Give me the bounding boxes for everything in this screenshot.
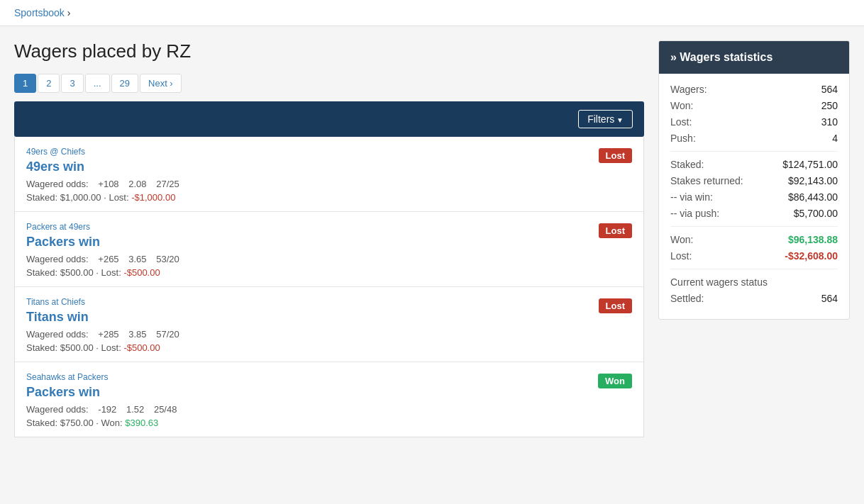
result-label: Lost: bbox=[101, 267, 121, 278]
staked-value: $500.00 bbox=[60, 267, 94, 278]
value-via-win: $86,443.00 bbox=[788, 191, 838, 203]
staked-value: $1,000.00 bbox=[60, 192, 101, 203]
wager-stake: Staked: $500.00 · Lost: -$500.00 bbox=[26, 342, 632, 353]
divider-3 bbox=[670, 269, 838, 269]
page-2[interactable]: 2 bbox=[38, 74, 60, 93]
wager-item: Packers at 49ers Packers win Wagered odd… bbox=[15, 212, 643, 287]
stats-row-won: Won: 250 bbox=[670, 100, 838, 111]
page-1[interactable]: 1 bbox=[14, 74, 36, 93]
label-wagered-odds: Wagered odds: bbox=[26, 179, 89, 189]
result-value: -$500.00 bbox=[123, 267, 160, 278]
label-wagered-odds: Wagered odds: bbox=[26, 404, 89, 415]
stats-row-via-win: -- via win: $86,443.00 bbox=[670, 191, 838, 203]
label-staked: Staked: bbox=[26, 342, 60, 353]
wager-badge: Lost bbox=[599, 298, 632, 313]
wager-title[interactable]: Packers win bbox=[26, 385, 632, 400]
wager-odds: Wagered odds: -192 1.52 25/48 bbox=[26, 404, 632, 415]
odds-decimal: 3.65 bbox=[128, 254, 146, 264]
stats-row-won-amount: Won: $96,138.88 bbox=[670, 234, 838, 245]
right-panel: Wagers statistics Wagers: 564 Won: 250 L… bbox=[658, 40, 850, 437]
dot-sep: · bbox=[96, 418, 101, 428]
label-staked-stat: Staked: bbox=[670, 159, 704, 170]
odds-decimal: 2.08 bbox=[128, 179, 146, 189]
odds-american: +285 bbox=[98, 329, 118, 340]
breadcrumb-sep: › bbox=[67, 7, 71, 18]
pagination: 1 2 3 ... 29 Next › bbox=[14, 74, 644, 93]
wager-odds: Wagered odds: +285 3.85 57/20 bbox=[26, 329, 632, 340]
value-lost-amount: -$32,608.00 bbox=[785, 250, 838, 262]
label-staked: Staked: bbox=[26, 418, 60, 428]
label-lost-amount: Lost: bbox=[670, 250, 692, 262]
odds-fraction: 25/48 bbox=[154, 404, 177, 415]
wager-stake: Staked: $500.00 · Lost: -$500.00 bbox=[26, 267, 632, 278]
wager-matchup: Packers at 49ers bbox=[26, 222, 632, 232]
page-next[interactable]: Next › bbox=[140, 74, 182, 93]
staked-value: $500.00 bbox=[60, 342, 94, 353]
odds-fraction: 53/20 bbox=[156, 254, 179, 264]
wager-matchup: Titans at Chiefs bbox=[26, 297, 632, 307]
label-lost: Lost: bbox=[670, 116, 692, 128]
odds-american: -192 bbox=[98, 404, 116, 415]
label-push: Push: bbox=[670, 133, 696, 144]
result-label: Won: bbox=[101, 418, 123, 428]
label-status-header: Current wagers status bbox=[670, 276, 768, 288]
left-panel: Wagers placed by RZ 1 2 3 ... 29 Next › … bbox=[14, 40, 644, 437]
stats-row-push: Push: 4 bbox=[670, 133, 838, 144]
filters-bar: Filters bbox=[14, 101, 644, 137]
page-3[interactable]: 3 bbox=[61, 74, 83, 93]
wager-badge: Lost bbox=[599, 148, 632, 163]
stats-row-via-push: -- via push: $5,700.00 bbox=[670, 208, 838, 219]
filters-button[interactable]: Filters bbox=[578, 110, 633, 128]
value-via-push: $5,700.00 bbox=[794, 208, 838, 219]
wager-badge: Won bbox=[598, 374, 632, 388]
page-title: Wagers placed by RZ bbox=[14, 40, 644, 62]
result-value: $390.63 bbox=[125, 418, 158, 428]
stats-header: Wagers statistics bbox=[659, 41, 849, 74]
odds-american: +265 bbox=[98, 254, 118, 264]
divider-2 bbox=[670, 226, 838, 227]
odds-decimal: 3.85 bbox=[128, 329, 146, 340]
wager-title[interactable]: Titans win bbox=[26, 310, 632, 325]
wager-stake: Staked: $1,000.00 · Lost: -$1,000.00 bbox=[26, 192, 632, 203]
label-wagered-odds: Wagered odds: bbox=[26, 254, 89, 264]
wager-badge: Lost bbox=[599, 223, 632, 238]
label-staked: Staked: bbox=[26, 267, 60, 278]
odds-fraction: 27/25 bbox=[156, 179, 179, 189]
label-won-amount: Won: bbox=[670, 234, 693, 245]
stats-row-lost: Lost: 310 bbox=[670, 116, 838, 128]
wager-title[interactable]: Packers win bbox=[26, 235, 632, 250]
value-staked-stat: $124,751.00 bbox=[782, 159, 838, 170]
wager-stake: Staked: $750.00 · Won: $390.63 bbox=[26, 418, 632, 428]
breadcrumb: Sportsbook › bbox=[0, 0, 864, 26]
wager-item: Titans at Chiefs Titans win Wagered odds… bbox=[15, 287, 643, 362]
wager-odds: Wagered odds: +265 3.65 53/20 bbox=[26, 254, 632, 264]
label-via-win: -- via win: bbox=[670, 191, 713, 203]
page-29[interactable]: 29 bbox=[111, 74, 138, 93]
stats-row-stakes-returned: Stakes returned: $92,143.00 bbox=[670, 175, 838, 186]
result-label: Lost: bbox=[101, 342, 121, 353]
stats-row-staked: Staked: $124,751.00 bbox=[670, 159, 838, 170]
stats-row-status-header: Current wagers status bbox=[670, 276, 838, 288]
divider-1 bbox=[670, 151, 838, 152]
value-push: 4 bbox=[832, 133, 838, 144]
stats-row-wagers: Wagers: 564 bbox=[670, 84, 838, 95]
label-via-push: -- via push: bbox=[670, 208, 719, 219]
result-value: -$1,000.00 bbox=[131, 192, 175, 203]
label-won: Won: bbox=[670, 100, 693, 111]
wager-list: 49ers @ Chiefs 49ers win Wagered odds: +… bbox=[14, 137, 644, 437]
staked-value: $750.00 bbox=[60, 418, 94, 428]
wager-matchup: 49ers @ Chiefs bbox=[26, 147, 632, 157]
value-settled: 564 bbox=[821, 293, 838, 304]
label-stakes-returned: Stakes returned: bbox=[670, 175, 743, 186]
value-stakes-returned: $92,143.00 bbox=[788, 175, 838, 186]
wager-title[interactable]: 49ers win bbox=[26, 159, 632, 174]
label-settled: Settled: bbox=[670, 293, 704, 304]
breadcrumb-sportsbook[interactable]: Sportsbook bbox=[14, 7, 65, 18]
result-value: -$500.00 bbox=[123, 342, 160, 353]
value-lost: 310 bbox=[821, 116, 838, 128]
stats-row-lost-amount: Lost: -$32,608.00 bbox=[670, 250, 838, 262]
result-label: Lost: bbox=[109, 192, 128, 203]
value-wagers: 564 bbox=[821, 84, 838, 95]
odds-fraction: 57/20 bbox=[156, 329, 179, 340]
label-staked: Staked: bbox=[26, 192, 60, 203]
